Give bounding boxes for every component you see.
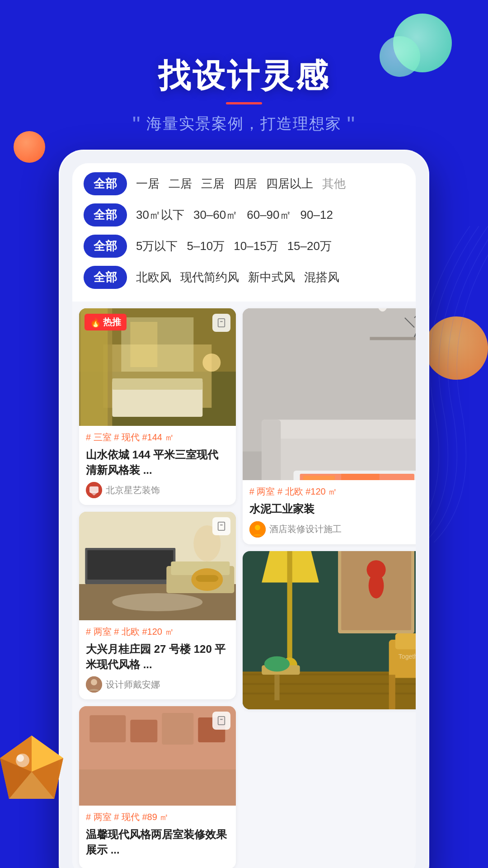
hot-text: 热推 (103, 316, 121, 328)
filter-all-room[interactable]: 全部 (84, 172, 127, 195)
card-5-tags: # 两室 # 现代 #89 ㎡ (86, 811, 229, 823)
svg-point-16 (202, 354, 221, 372)
card-living-modern[interactable]: # 两室 # 北欧 #120 ㎡ 大兴月桂庄园 27 号楼 120 平米现代风格… (79, 512, 236, 699)
svg-rect-87 (274, 675, 279, 700)
svg-rect-31 (196, 575, 218, 582)
svg-rect-44 (218, 717, 225, 725)
phone-inner: 全部 一居 二居 三居 四居 四居以上 其他 全部 30㎡以下 30–60㎡ 6… (72, 163, 416, 868)
filter-row-area: 全部 30㎡以下 30–60㎡ 60–90㎡ 90–12 (84, 203, 404, 226)
filter-sijuyishang[interactable]: 四居以上 (266, 176, 313, 192)
filter-all-area[interactable]: 全部 (84, 203, 127, 226)
svg-rect-15 (130, 322, 157, 367)
filter-other[interactable]: 其他 (322, 176, 346, 192)
filter-mix[interactable]: 混搭风 (304, 269, 339, 285)
card-1-author-name: 北京星艺装饰 (106, 484, 160, 496)
card-5-title: 温馨现代风格两居室装修效果展示 ... (86, 827, 229, 857)
svg-point-88 (264, 656, 290, 671)
svg-rect-26 (87, 550, 173, 580)
column-left: 🔥 热推 # 三室 # 现代 #144 ㎡ (79, 308, 236, 868)
filter-sanju[interactable]: 三居 (201, 176, 225, 192)
card-3-tags: # 两室 # 北欧 #120 ㎡ (86, 626, 229, 638)
hot-badge: 🔥 热推 (84, 314, 127, 330)
card-industrial[interactable]: # 两室 # 北欧 #120 ㎡ 水泥工业家装 (243, 308, 416, 544)
phone-container: 全部 一居 二居 三居 四居 四居以上 其他 全部 30㎡以下 30–60㎡ 6… (59, 150, 429, 868)
filter-row-budget: 全部 5万以下 5–10万 10–15万 15–20万 (84, 235, 404, 258)
filter-row-style: 全部 北欧风 现代简约风 新中式风 混搭风 (84, 266, 404, 289)
content-grid: 🔥 热推 # 三室 # 现代 #144 ㎡ (72, 302, 416, 868)
filter-5w-below[interactable]: 5万以下 (136, 238, 178, 254)
filter-all-budget[interactable]: 全部 (84, 235, 127, 258)
card-3-author-name: 设计师戴安娜 (106, 679, 160, 691)
card-peach[interactable]: # 两室 # 现代 #89 ㎡ 温馨现代风格两居室装修效果展示 ... (79, 706, 236, 868)
filter-30below[interactable]: 30㎡以下 (136, 207, 184, 223)
filter-10-15w[interactable]: 10–15万 (234, 238, 278, 254)
decorative-3d-icon (0, 731, 68, 808)
svg-rect-43 (79, 769, 236, 806)
svg-rect-83 (395, 633, 416, 649)
card-3-title: 大兴月桂庄园 27 号楼 120 平米现代风格 ... (86, 642, 229, 672)
filter-modern[interactable]: 现代简约风 (180, 269, 239, 285)
page-subtitle: " 海量实景案例，打造理想家 " (0, 113, 488, 136)
svg-rect-41 (162, 713, 193, 745)
svg-rect-84 (389, 675, 395, 709)
title-underline (226, 102, 262, 104)
filter-erju[interactable]: 二居 (169, 176, 192, 192)
filter-section: 全部 一居 二居 三居 四居 四居以上 其他 全部 30㎡以下 30–60㎡ 6… (72, 163, 416, 302)
filter-chinese[interactable]: 新中式风 (248, 269, 295, 285)
card-2-image (243, 308, 416, 480)
page-title: 找设计灵感 (0, 54, 488, 98)
svg-rect-40 (130, 720, 157, 742)
card-5-body: # 两室 # 现代 #89 ㎡ 温馨现代风格两居室装修效果展示 ... (79, 806, 236, 868)
svg-point-69 (255, 525, 260, 530)
svg-point-32 (112, 593, 202, 611)
quote-left: " (132, 112, 141, 137)
svg-rect-55 (262, 420, 281, 480)
subtitle-text: 海量实景案例，打造理想家 (146, 115, 342, 132)
quote-right: " (347, 112, 356, 137)
card-5-image (79, 706, 236, 806)
filter-60-90[interactable]: 60–90㎡ (247, 207, 291, 223)
card-3-avatar (86, 676, 102, 693)
card-3-body: # 两室 # 北欧 #120 ㎡ 大兴月桂庄园 27 号楼 120 平米现代风格… (79, 620, 236, 699)
card-bedroom-image: 🔥 热推 (79, 308, 236, 426)
svg-rect-13 (112, 378, 202, 390)
svg-rect-49 (370, 337, 416, 340)
filter-15-20w[interactable]: 15–20万 (287, 238, 332, 254)
card-4-image: Together (243, 551, 416, 709)
svg-point-36 (91, 679, 97, 685)
fire-icon: 🔥 (90, 317, 101, 328)
svg-text:Together: Together (398, 653, 416, 660)
card-3-author: 设计师戴安娜 (86, 676, 229, 693)
card-2-title: 水泥工业家装 (249, 501, 416, 517)
filter-yiju[interactable]: 一居 (136, 176, 160, 192)
card-2-author-name: 酒店装修设计施工 (269, 523, 342, 535)
filter-30-60[interactable]: 30–60㎡ (193, 207, 238, 223)
phone-mockup: 全部 一居 二居 三居 四居 四居以上 其他 全部 30㎡以下 30–60㎡ 6… (59, 150, 429, 868)
card-5-bookmark[interactable] (212, 712, 230, 730)
card-nordic-green[interactable]: Together (243, 551, 416, 709)
svg-rect-17 (218, 319, 225, 327)
svg-point-81 (368, 573, 384, 598)
svg-rect-60 (341, 474, 379, 480)
filter-90-120[interactable]: 90–12 (300, 208, 333, 222)
svg-rect-76 (287, 551, 292, 671)
bookmark-button[interactable] (212, 314, 230, 332)
svg-point-6 (17, 755, 24, 762)
card-bedroom-body: # 三室 # 现代 #144 ㎡ 山水依城 144 平米三室现代清新风格装 ..… (79, 426, 236, 505)
filter-all-style[interactable]: 全部 (84, 266, 127, 289)
header: 找设计灵感 " 海量实景案例，打造理想家 " (0, 0, 488, 150)
card-1-avatar (86, 482, 102, 498)
svg-rect-20 (89, 486, 99, 493)
card-2-avatar (249, 521, 266, 538)
card-2-tags: # 两室 # 北欧 #120 ㎡ (249, 486, 416, 498)
card-3-bookmark[interactable] (212, 517, 230, 535)
filter-nordic[interactable]: 北欧风 (136, 269, 171, 285)
svg-rect-39 (89, 715, 126, 742)
card-bedroom[interactable]: 🔥 热推 # 三室 # 现代 #144 ㎡ (79, 308, 236, 505)
svg-rect-33 (218, 522, 225, 530)
filter-5-10w[interactable]: 5–10万 (187, 238, 225, 254)
svg-rect-59 (303, 476, 334, 480)
filter-siju[interactable]: 四居 (234, 176, 257, 192)
card-1-tags: # 三室 # 现代 #144 ㎡ (86, 431, 229, 443)
filter-row-room-type: 全部 一居 二居 三居 四居 四居以上 其他 (84, 172, 404, 195)
